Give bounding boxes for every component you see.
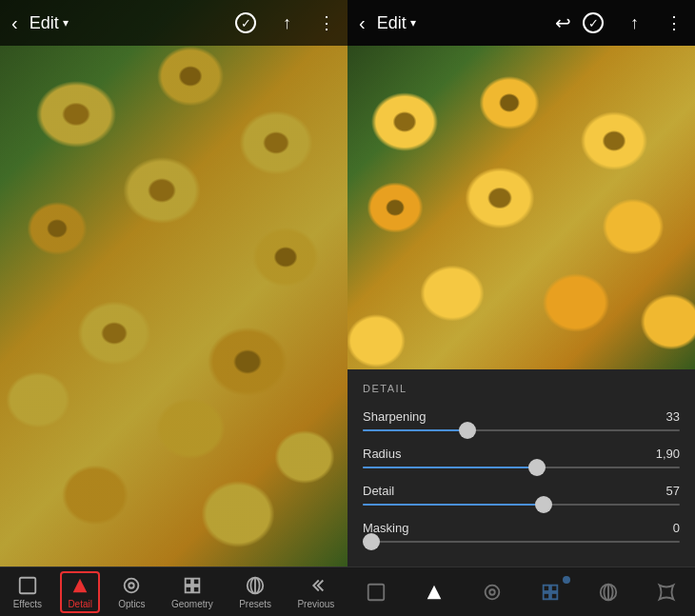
right-optics-icon [482,582,503,603]
left-more-button[interactable]: ⋮ [318,12,336,33]
detail-icon [70,575,90,596]
effects-label: Effects [13,599,42,609]
right-bottom-geometry[interactable] [532,578,568,606]
right-undo-button[interactable]: ↩ [555,11,571,34]
masking-label-row: Masking 0 [363,521,680,535]
previous-label: Previous [297,599,334,609]
radius-label-row: Radius 1,90 [363,447,680,461]
detail-value: 57 [666,484,680,498]
previous-icon [306,575,327,596]
right-previous-icon [656,582,677,603]
left-bottom-geometry[interactable]: Geometry [164,571,221,613]
svg-rect-11 [368,584,385,600]
right-bottom-optics[interactable] [474,578,510,606]
left-dropdown-arrow[interactable]: ▾ [63,16,69,30]
svg-rect-17 [544,592,549,598]
right-dropdown-arrow[interactable]: ▾ [410,16,416,30]
masking-value: 0 [673,521,680,535]
left-back-button[interactable]: ‹ [11,12,18,34]
svg-rect-7 [193,586,199,591]
masking-track[interactable] [363,541,680,543]
optics-icon [121,575,142,596]
geometry-icon [182,575,203,596]
sharpening-track[interactable] [363,429,680,431]
svg-marker-12 [427,585,442,599]
left-check-button[interactable]: ✓ [235,12,256,33]
left-bottom-effects[interactable]: Effects [6,571,50,613]
left-title: Edit [30,13,59,33]
detail-section-title: DETAIL [363,383,680,394]
svg-point-14 [489,589,495,595]
presets-label: Presets [239,599,271,609]
sharpening-label-row: Sharpening 33 [363,409,680,424]
right-photo [348,46,695,369]
svg-rect-5 [193,578,199,584]
masking-row: Masking 0 [363,521,680,543]
detail-track[interactable] [363,504,680,506]
geometry-label: Geometry [171,599,213,609]
sharpening-thumb[interactable] [459,422,476,439]
sharpening-fill [363,429,467,431]
sharpening-row: Sharpening 33 [363,409,680,431]
left-photo [0,0,348,566]
svg-rect-15 [544,585,549,590]
radius-thumb[interactable] [528,459,546,476]
radius-value: 1,90 [656,447,680,461]
right-title: Edit [377,13,407,33]
detail-section: DETAIL Sharpening 33 Radius 1,90 [348,369,695,566]
right-detail-icon [424,582,445,603]
sharpening-label: Sharpening [363,409,427,424]
right-bottom-previous[interactable] [648,578,685,606]
right-title-area: Edit ▾ [377,13,416,33]
svg-rect-0 [20,577,36,593]
radius-fill [363,467,537,468]
left-bottom-previous[interactable]: Previous [289,571,342,613]
left-share-button[interactable]: ↑ [283,13,291,33]
radius-row: Radius 1,90 [363,447,680,468]
detail-thumb[interactable] [535,496,552,513]
detail-row: Detail 57 [363,484,680,506]
right-check-button[interactable]: ✓ [583,12,604,33]
right-bottom-presets[interactable] [590,578,626,606]
left-panel: ‹ Edit ▾ ✓ ↑ ⋮ Effects Detail [0,0,348,616]
right-bottom-bar [348,566,695,616]
left-bottom-bar: Effects Detail Optics Geometry [0,566,348,616]
sharpening-value: 33 [666,409,680,424]
svg-rect-16 [551,585,557,590]
left-title-area: Edit ▾ [30,13,69,33]
presets-icon [245,575,266,596]
optics-label: Optics [118,599,145,609]
svg-point-2 [125,578,139,592]
detail-label-row: Detail 57 [363,484,680,498]
detail-fill [363,504,544,506]
right-share-button[interactable]: ↑ [630,13,639,33]
svg-rect-18 [551,592,557,598]
masking-thumb[interactable] [363,533,380,550]
left-bottom-detail[interactable]: Detail [60,571,100,613]
svg-rect-4 [186,578,191,584]
right-bottom-effects[interactable] [358,578,394,606]
left-header: ‹ Edit ▾ ✓ ↑ ⋮ [0,0,348,46]
right-panel: ‹ Edit ▾ ↩ ✓ ↑ ⋮ DETAIL Sharpening 33 [348,0,695,616]
svg-point-13 [486,585,500,599]
detail-label: Detail [68,599,92,609]
svg-point-3 [129,583,135,588]
right-bottom-detail[interactable] [416,578,452,606]
effects-icon [17,575,38,596]
right-presets-icon [598,582,619,603]
radius-track[interactable] [363,467,680,468]
radius-label: Radius [363,447,401,461]
right-effects-icon [366,582,387,603]
svg-marker-1 [73,578,88,592]
left-bottom-optics[interactable]: Optics [110,571,152,613]
right-header: ‹ Edit ▾ ↩ ✓ ↑ ⋮ [348,0,695,46]
right-geometry-icon [540,582,561,603]
left-bottom-presets[interactable]: Presets [231,571,279,613]
right-back-button[interactable]: ‹ [359,12,366,34]
svg-rect-6 [186,586,191,591]
detail-slider-label: Detail [363,484,394,498]
right-more-button[interactable]: ⋮ [665,12,684,33]
